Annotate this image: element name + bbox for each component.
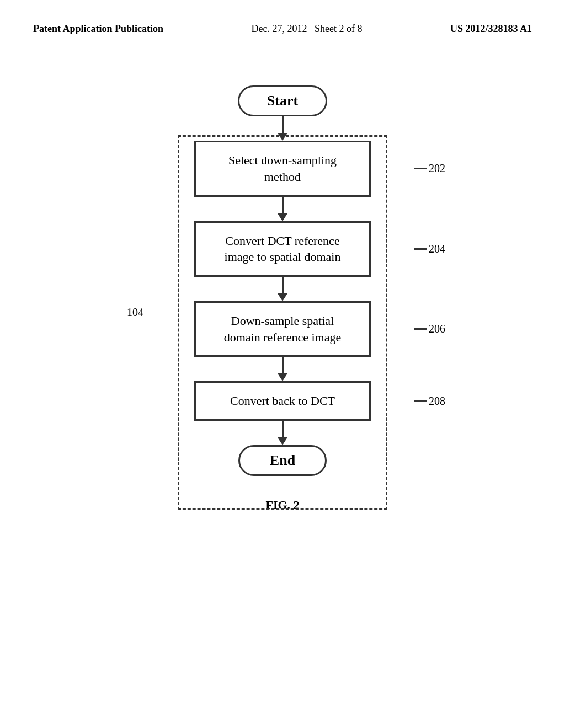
start-shape: Start	[238, 85, 327, 116]
end-label: End	[270, 452, 295, 468]
step-204-row: Convert DCT referenceimage to spatial do…	[111, 221, 454, 277]
flowchart: Start Select down-samplingmethod	[111, 69, 454, 476]
outer-label-104: 104	[127, 306, 143, 319]
arrow-4	[111, 357, 454, 381]
arrow-3	[111, 277, 454, 301]
patent-number: US 2012/328183 A1	[450, 22, 532, 36]
page-header: Patent Application Publication Dec. 27, …	[0, 0, 565, 47]
label-202: 202	[414, 162, 445, 175]
start-label: Start	[267, 93, 298, 109]
step-206-box: Down-sample spatialdomain reference imag…	[194, 301, 371, 357]
step-202-box: Select down-samplingmethod	[194, 141, 371, 196]
step-208-box: Convert back to DCT	[194, 381, 371, 421]
arrow-5	[278, 421, 287, 445]
patent-number-text: US 2012/328183 A1	[450, 23, 532, 34]
step-206-row: Down-sample spatialdomain reference imag…	[111, 301, 454, 357]
end-shape: End	[238, 445, 327, 476]
arrow-1	[278, 116, 287, 141]
step-202-row: Select down-samplingmethod 202	[111, 141, 454, 196]
sheet-text: Sheet 2 of 8	[315, 23, 362, 34]
label-206: 206	[414, 323, 445, 335]
publication-text: Patent Application Publication	[33, 23, 163, 34]
date-sheet: Dec. 27, 2012 Sheet 2 of 8	[252, 22, 363, 36]
date-text: Dec. 27, 2012	[252, 23, 307, 34]
arrow-2	[111, 197, 454, 221]
label-204: 204	[414, 243, 445, 255]
diagram-area: 104 Start Select down-samplingmethod	[0, 47, 565, 551]
label-208: 208	[414, 395, 445, 408]
dashed-region: Select down-samplingmethod 202 Convert D…	[111, 141, 454, 421]
step-208-row: Convert back to DCT 208	[111, 381, 454, 421]
publication-label: Patent Application Publication	[33, 22, 163, 36]
diagram-container: 104 Start Select down-samplingmethod	[111, 69, 454, 529]
step-204-box: Convert DCT referenceimage to spatial do…	[194, 221, 371, 277]
